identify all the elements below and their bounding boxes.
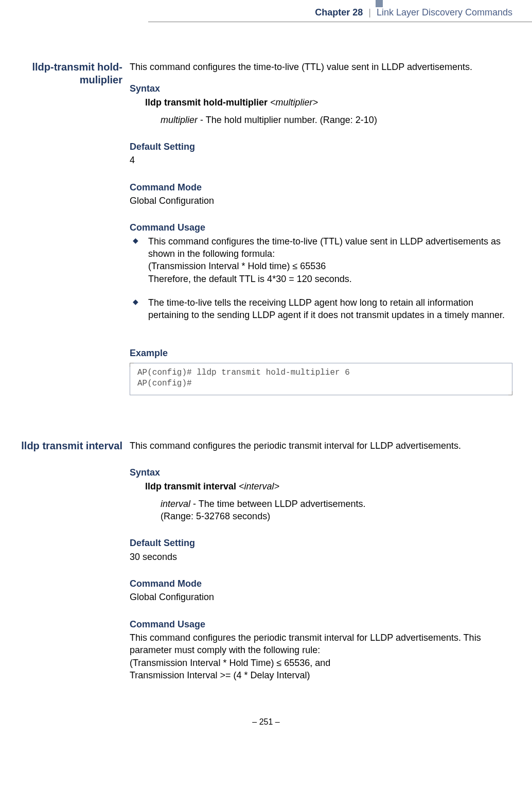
usage-bullets: This command configures the time-to-live… [130,235,512,333]
intro-text: This command configures the time-to-live… [130,61,512,73]
command-body-transmit-interval: This command configures the periodic tra… [130,440,512,681]
command-body-hold-multiplier: This command configures the time-to-live… [130,61,512,414]
example-block: Example AP(config)# lldp transmit hold-m… [130,347,512,395]
header-tab-decoration [376,0,383,7]
syntax-heading-2: Syntax [130,466,512,479]
mode-block: Command Mode Global Configuration [130,181,512,207]
usage-heading: Command Usage [130,221,512,234]
usage-heading-2: Command Usage [130,618,512,630]
usage-block-2: Command Usage This command configures th… [130,618,512,681]
default-block: Default Setting 4 [130,141,512,167]
mode-heading: Command Mode [130,181,512,194]
intro-text-2: This command configures the periodic tra… [130,440,512,452]
command-name-hold-multiplier: lldp-transmit hold-muliplier [10,61,123,414]
param-desc-2b: (Range: 5-32768 seconds) [161,511,270,521]
usage-bullet-1-text: This command configures the time-to-live… [148,236,501,284]
page-footer: – 251 – [0,717,532,727]
syntax-block: Syntax lldp transmit hold-multiplier <mu… [130,82,512,126]
chapter-title: Link Layer Discovery Commands [377,7,512,17]
param-name-2: interval [161,499,190,509]
usage-text-2: This command configures the periodic tra… [130,631,512,681]
content-grid: lldp-transmit hold-muliplier This comman… [0,25,532,681]
default-heading: Default Setting [130,141,512,153]
syntax-argument: <multiplier> [270,97,318,108]
page-number: – 251 – [252,717,279,726]
command-name-transmit-interval: lldp transmit interval [10,440,123,681]
mode-value: Global Configuration [130,195,512,207]
chapter-separator: | [368,7,371,17]
syntax-argument-2: <interval> [239,481,279,491]
usage-bullet-1: This command configures the time-to-live… [130,235,512,296]
param-desc: - The hold multiplier number. (Range: 2-… [198,115,377,125]
param-line: multiplier - The hold multiplier number.… [130,114,512,126]
header-rule [148,22,532,22]
chapter-number: Chapter 28 [315,7,363,17]
syntax-block-2: Syntax lldp transmit interval <interval>… [130,466,512,522]
page: Chapter 28 | Link Layer Discovery Comman… [0,0,532,747]
default-value: 4 [130,154,512,166]
param-line-2: interval - The time between LLDP adverti… [130,498,512,523]
mode-heading-2: Command Mode [130,577,512,590]
usage-bullet-2: The time-to-live tells the receiving LLD… [130,296,512,333]
syntax-command: lldp transmit hold-multiplier [145,97,268,108]
param-desc-2: - The time between LLDP advertisements. [190,499,366,509]
default-block-2: Default Setting 30 seconds [130,537,512,563]
param-name: multiplier [161,115,198,125]
syntax-command-2: lldp transmit interval [145,481,236,491]
usage-bullet-2-text: The time-to-live tells the receiving LLD… [148,297,505,320]
example-code: AP(config)# lldp transmit hold-multiplie… [130,363,512,395]
syntax-heading: Syntax [130,82,512,95]
syntax-line: lldp transmit hold-multiplier <multiplie… [130,96,512,109]
syntax-line-2: lldp transmit interval <interval> [130,480,512,493]
page-header: Chapter 28 | Link Layer Discovery Comman… [0,0,532,25]
mode-value-2: Global Configuration [130,591,512,603]
header-text: Chapter 28 | Link Layer Discovery Comman… [315,7,512,18]
mode-block-2: Command Mode Global Configuration [130,577,512,604]
usage-block: Command Usage This command configures th… [130,221,512,332]
default-value-2: 30 seconds [130,551,512,563]
default-heading-2: Default Setting [130,537,512,549]
example-heading: Example [130,347,512,359]
